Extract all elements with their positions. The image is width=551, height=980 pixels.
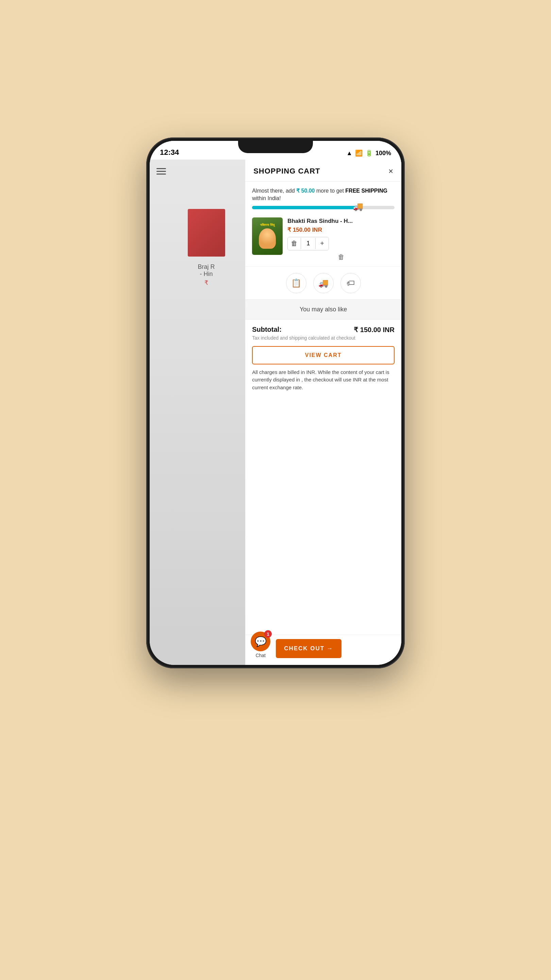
delivery-icon-btn[interactable]: 🚚: [313, 273, 333, 293]
item-name: Bhakti Ras Sindhu - H...: [287, 218, 395, 225]
close-button[interactable]: ×: [388, 166, 393, 176]
chat-label: Chat: [256, 653, 266, 658]
notch: [238, 141, 313, 153]
status-time: 12:34: [160, 148, 179, 157]
subtotal-row: Subtotal: ₹ 150.00 INR: [245, 320, 401, 335]
progress-bar-fill: [252, 206, 359, 209]
qty-plus-btn[interactable]: +: [316, 237, 329, 250]
also-like: You may also like: [245, 299, 401, 320]
clipboard-icon-btn[interactable]: 📋: [286, 273, 306, 293]
book-cover: भक्तिरस सिंधु: [252, 218, 283, 255]
battery-percent: 100%: [375, 150, 391, 157]
battery-icon: 🔋: [365, 150, 373, 157]
item-delete-btn[interactable]: 🗑: [287, 253, 395, 261]
currency-note: All charges are billed in INR. While the…: [245, 369, 401, 397]
tag-icon-btn[interactable]: 🏷: [340, 273, 361, 293]
bg-book: [188, 209, 225, 256]
book-cover-title: भक्तिरस सिंधु: [260, 223, 275, 227]
action-icons: 📋 🚚 🏷: [245, 267, 401, 299]
status-icons: ▲ 📶 🔋 100%: [346, 150, 391, 157]
shipping-text: Almost there, add ₹ 50.00 more to get FR…: [252, 187, 395, 202]
subtotal-amount: ₹ 150.00 INR: [354, 326, 395, 334]
qty-controls: 🗑 1 +: [287, 237, 329, 250]
subtotal-label: Subtotal:: [252, 326, 282, 334]
wifi-icon: ▲: [346, 150, 353, 157]
cart-header: SHOPPING CART ×: [245, 159, 401, 182]
book-cover-figure: [259, 228, 276, 249]
phone-wrapper: 12:34 ▲ 📶 🔋 100% Braj R- Hin ₹: [140, 137, 411, 886]
phone-shell: 12:34 ▲ 📶 🔋 100% Braj R- Hin ₹: [146, 137, 405, 668]
cart-item: भक्तिरस सिंधु Bhakti Ras Sindhu - H... ₹…: [245, 212, 401, 267]
shipping-amount: ₹ 50.00: [296, 188, 314, 194]
cart-drawer: SHOPPING CART × Almost there, add ₹ 50.0…: [245, 159, 401, 665]
bottom-area: 💬 1 Chat CHECK OUT →: [245, 635, 401, 665]
bg-book-price: ₹: [205, 279, 208, 286]
chat-badge: 1: [264, 630, 272, 638]
chat-icon-circle: 💬 1: [251, 632, 270, 651]
checkout-button[interactable]: CHECK OUT →: [276, 639, 341, 658]
item-details: Bhakti Ras Sindhu - H... ₹ 150.00 INR 🗑 …: [287, 218, 395, 261]
phone-screen: 12:34 ▲ 📶 🔋 100% Braj R- Hin ₹: [150, 141, 401, 665]
progress-bar-container: 🚚: [252, 206, 395, 209]
chat-button[interactable]: 💬 1 Chat: [251, 632, 270, 658]
tax-note: Tax included and shipping calculated at …: [245, 335, 401, 346]
bg-book-title: Braj R- Hin: [194, 263, 218, 278]
free-shipping-text: FREE SHIPPING: [345, 188, 387, 194]
menu-icon: [156, 168, 166, 175]
item-image: भक्तिरस सिंधु: [252, 218, 283, 255]
truck-icon: 🚚: [353, 202, 363, 211]
cart-title: SHOPPING CART: [253, 167, 320, 176]
qty-delete-btn[interactable]: 🗑: [288, 237, 301, 250]
qty-value: 1: [301, 238, 316, 249]
item-price: ₹ 150.00 INR: [287, 226, 395, 234]
signal-icon: 📶: [355, 150, 362, 157]
shipping-banner: Almost there, add ₹ 50.00 more to get FR…: [245, 182, 401, 212]
view-cart-button[interactable]: VIEW CART: [252, 346, 395, 364]
